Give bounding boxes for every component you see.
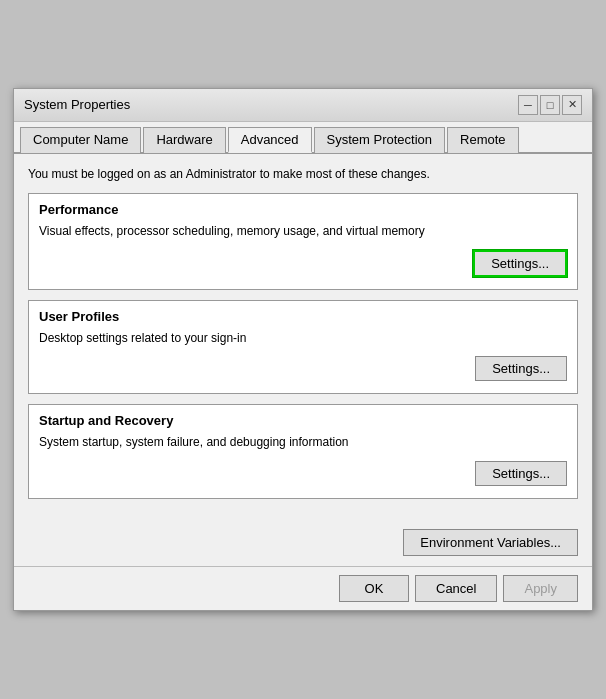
tab-remote[interactable]: Remote bbox=[447, 127, 519, 153]
user-profiles-btn-row: Settings... bbox=[39, 356, 567, 381]
apply-button[interactable]: Apply bbox=[503, 575, 578, 602]
performance-btn-row: Settings... bbox=[39, 250, 567, 277]
tab-system-protection[interactable]: System Protection bbox=[314, 127, 446, 153]
environment-variables-button[interactable]: Environment Variables... bbox=[403, 529, 578, 556]
dialog-buttons: OK Cancel Apply bbox=[14, 566, 592, 610]
tab-bar: Computer Name Hardware Advanced System P… bbox=[14, 122, 592, 154]
maximize-button[interactable]: □ bbox=[540, 95, 560, 115]
startup-recovery-btn-row: Settings... bbox=[39, 461, 567, 486]
performance-settings-button[interactable]: Settings... bbox=[473, 250, 567, 277]
title-bar: System Properties ─ □ ✕ bbox=[14, 89, 592, 122]
user-profiles-desc: Desktop settings related to your sign-in bbox=[39, 330, 567, 347]
tab-hardware[interactable]: Hardware bbox=[143, 127, 225, 153]
user-profiles-title: User Profiles bbox=[39, 309, 567, 324]
performance-section: Performance Visual effects, processor sc… bbox=[28, 193, 578, 290]
title-bar-controls: ─ □ ✕ bbox=[518, 95, 582, 115]
startup-recovery-settings-button[interactable]: Settings... bbox=[475, 461, 567, 486]
close-button[interactable]: ✕ bbox=[562, 95, 582, 115]
minimize-button[interactable]: ─ bbox=[518, 95, 538, 115]
tab-content: You must be logged on as an Administrato… bbox=[14, 154, 592, 521]
admin-notice: You must be logged on as an Administrato… bbox=[28, 166, 578, 183]
ok-button[interactable]: OK bbox=[339, 575, 409, 602]
tab-computer-name[interactable]: Computer Name bbox=[20, 127, 141, 153]
tab-advanced[interactable]: Advanced bbox=[228, 127, 312, 153]
performance-desc: Visual effects, processor scheduling, me… bbox=[39, 223, 567, 240]
window-title: System Properties bbox=[24, 97, 130, 112]
performance-title: Performance bbox=[39, 202, 567, 217]
startup-recovery-desc: System startup, system failure, and debu… bbox=[39, 434, 567, 451]
cancel-button[interactable]: Cancel bbox=[415, 575, 497, 602]
user-profiles-section: User Profiles Desktop settings related t… bbox=[28, 300, 578, 395]
system-properties-window: System Properties ─ □ ✕ Computer Name Ha… bbox=[13, 88, 593, 611]
startup-recovery-section: Startup and Recovery System startup, sys… bbox=[28, 404, 578, 499]
env-variables-area: Environment Variables... bbox=[14, 521, 592, 564]
user-profiles-settings-button[interactable]: Settings... bbox=[475, 356, 567, 381]
startup-recovery-title: Startup and Recovery bbox=[39, 413, 567, 428]
